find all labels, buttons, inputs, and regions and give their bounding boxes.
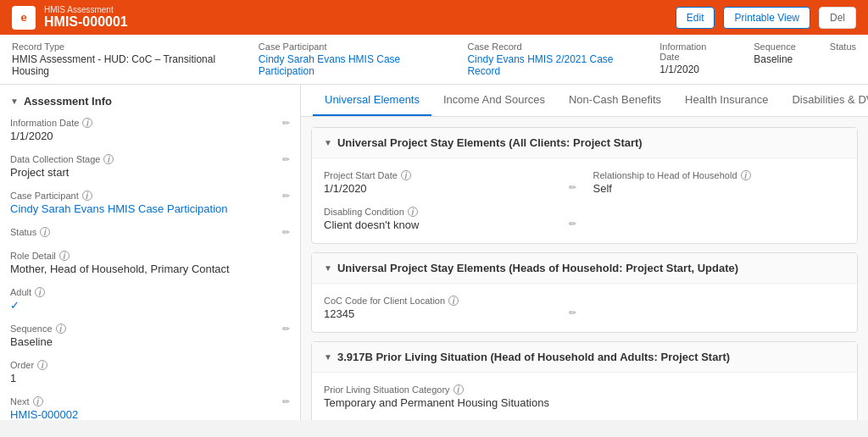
- sidebar-field-data-collection: Data Collection Stage i ✏ Project start: [10, 154, 290, 179]
- sidebar-field-order: Order i 1: [10, 360, 290, 384]
- panel-field-project-start-date: Project Start Date i 1/1/2020 ✏: [324, 170, 576, 195]
- tab-health-insurance[interactable]: Health Insurance: [673, 85, 780, 116]
- panel-all-clients-body: Project Start Date i 1/1/2020 ✏ Relation…: [312, 158, 857, 243]
- meta-record-type: Record Type HMIS Assessment - HUD: CoC –…: [12, 41, 225, 77]
- order-value: 1: [10, 372, 290, 384]
- panel-chevron-1: ▼: [324, 138, 332, 147]
- sidebar-field-info-date: Information Date i ✏ 1/1/2020: [10, 118, 290, 142]
- sidebar-field-role-detail: Role Detail i Mother, Head of Household,…: [10, 251, 290, 275]
- print-button[interactable]: Printable View: [723, 7, 810, 29]
- content-panels: ▼ Universal Project Stay Elements (All C…: [301, 117, 868, 420]
- role-value: Mother, Head of Household, Primary Conta…: [10, 263, 290, 275]
- info-icon-case-participant: i: [82, 191, 92, 201]
- meta-status: Status: [830, 41, 856, 77]
- relationship-value: Self: [593, 182, 846, 195]
- meta-bar: Record Type HMIS Assessment - HUD: CoC –…: [0, 35, 868, 85]
- info-icon-stage: i: [103, 154, 114, 164]
- app-title-group: HMIS Assessment HMIS-000001: [44, 5, 128, 30]
- edit-icon-sequence[interactable]: ✏: [282, 324, 290, 335]
- edit-icon-disabling[interactable]: ✏: [569, 218, 576, 230]
- info-icon-disabling: i: [408, 207, 418, 217]
- info-icon-project-start: i: [401, 170, 411, 180]
- panel-heads-household: ▼ Universal Project Stay Elements (Heads…: [311, 252, 858, 333]
- info-icon-info-date: i: [82, 118, 92, 128]
- panel-prior-living-header[interactable]: ▼ 3.917B Prior Living Situation (Head of…: [312, 342, 857, 373]
- sequence-value: Baseline: [10, 335, 290, 348]
- sidebar-field-status: Status i ✏: [10, 227, 290, 239]
- info-icon-next: i: [33, 396, 43, 407]
- info-icon-adult: i: [35, 287, 45, 297]
- panel-field-relationship: Relationship to Head of Household i Self: [593, 170, 846, 195]
- panel-all-clients-header[interactable]: ▼ Universal Project Stay Elements (All C…: [312, 128, 857, 158]
- edit-button[interactable]: Edit: [676, 7, 715, 29]
- edit-icon-info-date[interactable]: ✏: [282, 118, 290, 129]
- info-icon-order: i: [37, 360, 47, 370]
- tab-income-sources[interactable]: Income And Sources: [431, 85, 557, 116]
- edit-icon-coc[interactable]: ✏: [569, 307, 576, 318]
- panel-heads-household-body: CoC Code for Client Location i 12345 ✏: [312, 284, 857, 332]
- app-subtitle: HMIS Assessment: [44, 5, 128, 14]
- info-icon-relationship: i: [741, 170, 751, 180]
- adult-checkbox-value: ✓: [10, 299, 290, 312]
- app-header: e HMIS Assessment HMIS-000001 Edit Print…: [0, 0, 868, 35]
- panel-prior-living-body: Prior Living Situation Category i Tempor…: [312, 373, 857, 420]
- chevron-icon: ▼: [10, 97, 19, 106]
- edit-icon-next[interactable]: ✏: [282, 396, 290, 407]
- info-date-value: 1/1/2020: [10, 130, 290, 142]
- assessment-info-header[interactable]: ▼ Assessment Info: [10, 95, 290, 108]
- sidebar: ▼ Assessment Info Information Date i ✏ 1…: [0, 85, 301, 420]
- info-icon-role: i: [59, 251, 70, 261]
- panel-field-disabling-condition: Disabling Condition i Client doesn't kno…: [324, 207, 576, 231]
- next-link[interactable]: HMIS-000002: [10, 408, 78, 420]
- prior-living-category-value: Temporary and Permanent Housing Situatio…: [324, 396, 845, 409]
- content-area: Universal Elements Income And Sources No…: [301, 85, 868, 420]
- sidebar-field-next: Next i ✏ HMIS-000002: [10, 396, 290, 420]
- stage-value: Project start: [10, 166, 290, 179]
- panel-heads-household-title: Universal Project Stay Elements (Heads o…: [337, 262, 738, 274]
- main-layout: ▼ Assessment Info Information Date i ✏ 1…: [0, 85, 868, 420]
- assessment-info-title: Assessment Info: [24, 95, 112, 108]
- info-icon-sequence: i: [56, 324, 66, 334]
- panel-heads-household-header[interactable]: ▼ Universal Project Stay Elements (Heads…: [312, 253, 857, 284]
- panel-chevron-3: ▼: [324, 352, 332, 362]
- panel-field-coc-code: CoC Code for Client Location i 12345 ✏: [324, 296, 576, 320]
- panel-all-clients-title: Universal Project Stay Elements (All Cli…: [337, 136, 643, 149]
- app-icon: e: [12, 6, 36, 30]
- meta-case-participant: Case Participant Cindy Sarah Evans HMIS …: [259, 41, 434, 77]
- sidebar-field-case-participant: Case Participant i ✏ Cindy Sarah Evans H…: [10, 191, 290, 215]
- edit-icon-project-start[interactable]: ✏: [569, 182, 576, 193]
- disabling-condition-value: Client doesn't know: [324, 218, 419, 231]
- sidebar-case-participant-link[interactable]: Cindy Sarah Evans HMIS Case Participatio…: [10, 202, 228, 215]
- case-participant-link[interactable]: Cindy Sarah Evans HMIS Case Participatio…: [259, 53, 434, 77]
- panel-prior-living-title: 3.917B Prior Living Situation (Head of H…: [337, 351, 730, 363]
- tab-disabilities-dv[interactable]: Disabilities & DV: [780, 85, 868, 116]
- tab-universal-elements[interactable]: Universal Elements: [313, 85, 431, 116]
- app-title: HMIS-000001: [44, 14, 128, 30]
- edit-icon-case-participant[interactable]: ✏: [282, 191, 290, 202]
- tab-non-cash-benefits[interactable]: Non-Cash Benefits: [557, 85, 673, 116]
- sidebar-field-sequence: Sequence i ✏ Baseline: [10, 324, 290, 348]
- delete-button[interactable]: Del: [819, 7, 856, 29]
- coc-code-value: 12345: [324, 307, 354, 320]
- sidebar-field-adult: Adult i ✓: [10, 287, 290, 312]
- edit-icon-stage[interactable]: ✏: [282, 154, 290, 165]
- meta-info-date: Information Date 1/1/2020: [659, 41, 720, 77]
- panel-field-prior-living-category: Prior Living Situation Category i Tempor…: [324, 384, 845, 409]
- info-icon-prior-cat: i: [453, 384, 464, 395]
- info-icon-coc: i: [448, 296, 459, 306]
- panel-all-clients: ▼ Universal Project Stay Elements (All C…: [311, 127, 858, 244]
- edit-icon-status[interactable]: ✏: [282, 227, 290, 238]
- tabs: Universal Elements Income And Sources No…: [301, 85, 868, 117]
- meta-case-record: Case Record Cindy Evans HMIS 2/2021 Case…: [467, 41, 626, 77]
- project-start-date-value: 1/1/2020: [324, 182, 367, 195]
- meta-sequence: Sequence Baseline: [754, 41, 796, 77]
- case-record-link[interactable]: Cindy Evans HMIS 2/2021 Case Record: [467, 53, 626, 77]
- panel-prior-living: ▼ 3.917B Prior Living Situation (Head of…: [311, 341, 858, 420]
- info-icon-status: i: [40, 227, 50, 237]
- panel-chevron-2: ▼: [324, 263, 332, 273]
